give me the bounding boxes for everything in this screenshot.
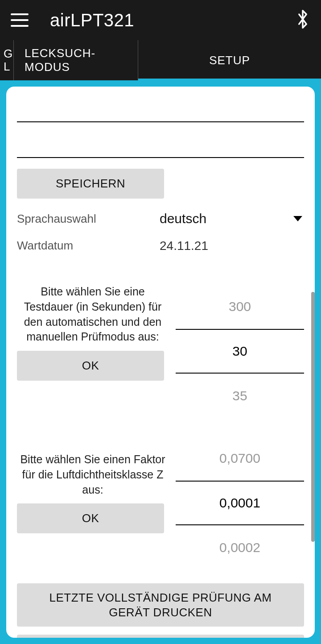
tab-setup[interactable]: SETUP bbox=[138, 40, 321, 80]
test-duration-text: Bitte wählen Sie eine Testdauer (in Seku… bbox=[17, 284, 169, 345]
language-row: Sprachauswahl deutsch bbox=[17, 211, 304, 226]
picker-selected[interactable]: 30 bbox=[176, 329, 304, 374]
picker-next[interactable]: 0,0002 bbox=[176, 525, 304, 570]
picker-next[interactable]: 35 bbox=[176, 374, 304, 418]
tab-lecksuch-modus[interactable]: LECKSUCH-MODUS bbox=[13, 40, 138, 80]
bluetooth-icon[interactable] bbox=[295, 9, 310, 31]
app-title: airLPT321 bbox=[50, 10, 134, 30]
picker-prev[interactable]: 300 bbox=[176, 284, 304, 329]
language-label: Sprachauswahl bbox=[17, 212, 160, 226]
test-duration-section: Bitte wählen Sie eine Testdauer (in Seku… bbox=[17, 284, 304, 418]
language-value: deutsch bbox=[160, 211, 206, 226]
test-duration-ok-button[interactable]: OK bbox=[17, 351, 164, 381]
print-last-test-button[interactable]: LETZTE VOLLSTÄNDIGE PRÜFUNG AM GERÄT DRU… bbox=[17, 583, 304, 627]
maintenance-date-row: Wartdatum 24.11.21 bbox=[17, 239, 304, 253]
save-button[interactable]: SPEICHERN bbox=[17, 169, 164, 199]
maintenance-date-value: 24.11.21 bbox=[160, 239, 304, 253]
factor-z-ok-button[interactable]: OK bbox=[17, 503, 164, 533]
set-datetime-button[interactable]: DATUM UND UHRZEIT EINSTELLEN bbox=[17, 635, 304, 638]
picker-selected[interactable]: 0,0001 bbox=[176, 481, 304, 525]
text-input-1[interactable] bbox=[17, 97, 304, 122]
maintenance-date-label: Wartdatum bbox=[17, 239, 160, 253]
menu-icon[interactable] bbox=[11, 13, 29, 27]
factor-z-section: Bitte wählen Sie einen Faktor für die Lu… bbox=[17, 436, 304, 570]
app-bar: airLPT321 bbox=[0, 0, 321, 40]
text-input-2[interactable] bbox=[17, 133, 304, 158]
tab-partial-left[interactable]: G L bbox=[0, 40, 13, 80]
page-background: SPEICHERN Sprachauswahl deutsch Wartdatu… bbox=[0, 80, 321, 644]
language-dropdown[interactable]: deutsch bbox=[160, 211, 304, 226]
setup-card: SPEICHERN Sprachauswahl deutsch Wartdatu… bbox=[6, 87, 315, 638]
tab-bar: G L LECKSUCH-MODUS SETUP bbox=[0, 40, 321, 80]
chevron-down-icon bbox=[293, 216, 302, 221]
picker-prev[interactable]: 0,0700 bbox=[176, 436, 304, 481]
factor-z-picker[interactable]: 0,0700 0,0001 0,0002 bbox=[176, 436, 304, 570]
scrollbar[interactable] bbox=[311, 292, 315, 542]
test-duration-picker[interactable]: 300 30 35 bbox=[176, 284, 304, 418]
factor-z-text: Bitte wählen Sie einen Faktor für die Lu… bbox=[17, 452, 169, 497]
